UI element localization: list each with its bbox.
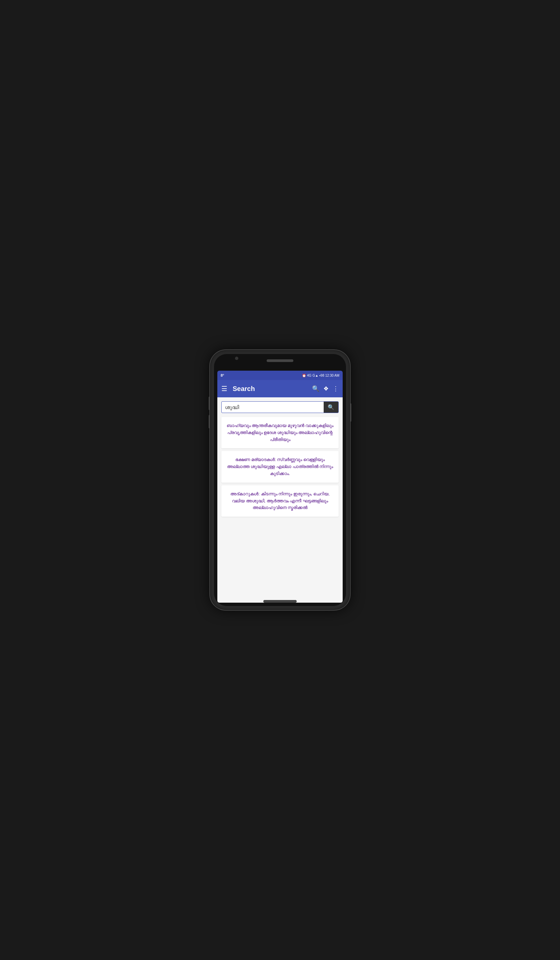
- time: 12:30 AM: [325, 374, 339, 377]
- volume-up-button[interactable]: [209, 397, 210, 410]
- result-card-1[interactable]: ബാഹ്യവും ആന്തരീകവുമായ മുഴുവൻ വാക്കുകളിലു…: [221, 417, 339, 448]
- app-bar: ☰ Search 🔍 ❖ ⋮: [217, 380, 343, 397]
- signal-icon: G▲: [312, 374, 318, 377]
- clock-icon: ⏰: [302, 374, 306, 377]
- status-icons: ⏰ 4G G▲ ▪98 12:30 AM: [302, 374, 339, 377]
- speaker-bottom: [263, 600, 297, 603]
- search-input[interactable]: [222, 402, 324, 413]
- share-icon[interactable]: ❖: [323, 385, 329, 392]
- search-icon[interactable]: 🔍: [312, 385, 319, 392]
- phone-screen: 8° ⏰ 4G G▲ ▪98 12:30 AM ☰ Search 🔍 ❖ ⋮: [214, 354, 346, 606]
- search-magnifier-icon: 🔍: [328, 404, 334, 410]
- power-button[interactable]: [350, 403, 351, 422]
- result-text-2: ഭക്ഷണ മര്യാദകൾ: സ്വർണ്ണവും വെള്ളിയും അല്…: [226, 456, 334, 477]
- battery-icon: ▪98: [319, 374, 324, 377]
- volume-down-button[interactable]: [209, 415, 210, 428]
- app-bar-actions: 🔍 ❖ ⋮: [312, 385, 339, 392]
- result-text-1: ബാഹ്യവും ആന്തരീകവുമായ മുഴുവൻ വാക്കുകളിലു…: [226, 422, 334, 443]
- app-title: Search: [233, 385, 312, 393]
- phone-frame: 8° ⏰ 4G G▲ ▪98 12:30 AM ☰ Search 🔍 ❖ ⋮: [210, 350, 350, 610]
- content-area: 🔍 ബാഹ്യവും ആന്തരീകവുമായ മുഴുവൻ വാക്കുകളി…: [217, 397, 343, 603]
- result-card-2[interactable]: ഭക്ഷണ മര്യാദകൾ: സ്വർണ്ണവും വെള്ളിയും അല്…: [221, 451, 339, 482]
- status-bar: 8° ⏰ 4G G▲ ▪98 12:30 AM: [217, 371, 343, 380]
- screen-content: 8° ⏰ 4G G▲ ▪98 12:30 AM ☰ Search 🔍 ❖ ⋮: [217, 371, 343, 603]
- camera: [235, 357, 238, 360]
- speaker-top: [267, 359, 293, 362]
- battery-level: 8°: [221, 373, 224, 377]
- hamburger-menu-icon[interactable]: ☰: [221, 385, 227, 393]
- search-box: 🔍: [221, 402, 339, 413]
- more-options-icon[interactable]: ⋮: [333, 385, 339, 392]
- result-card-3[interactable]: അദ്കാറുകൾ: കിടന്നും നിന്നും ഇരുന്നും, ചെ…: [221, 485, 339, 517]
- search-button[interactable]: 🔍: [324, 402, 338, 413]
- network-icon: 4G: [307, 374, 311, 377]
- result-text-3: അദ്കാറുകൾ: കിടന്നും നിന്നും ഇരുന്നും, ചെ…: [226, 491, 334, 511]
